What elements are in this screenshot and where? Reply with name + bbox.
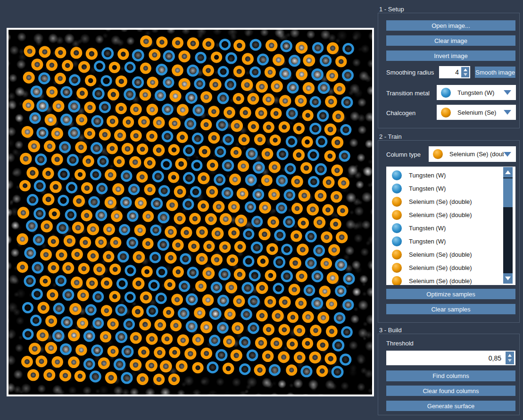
sample-item-label: Tungsten (W) <box>409 225 446 232</box>
sample-item-label: Selenium (Se) (double) <box>409 251 472 258</box>
clear-samples-button[interactable]: Clear samples <box>386 304 515 314</box>
sample-item[interactable]: Tungsten (W) <box>386 168 515 182</box>
build-group: 3 - Build Threshold Find columns Clear f… <box>378 334 520 415</box>
sample-item-label: Selenium (Se) (double) <box>409 198 472 205</box>
find-columns-button[interactable]: Find columns <box>386 370 515 381</box>
chalcogen-dropdown[interactable]: Selenium (Se) <box>437 105 516 120</box>
tungsten-sphere-icon <box>392 184 402 193</box>
arrow-down-icon <box>505 277 511 280</box>
sample-item[interactable]: Tungsten (W) <box>386 182 515 195</box>
setup-group-title: 1 - Setup <box>379 6 406 13</box>
tungsten-sphere-icon <box>392 170 402 180</box>
setup-group: 1 - Setup Open image... Clear image Inve… <box>378 13 520 128</box>
smooth-image-button[interactable]: Smooth image <box>475 67 515 78</box>
sample-item-label: Selenium (Se) (double) <box>409 211 472 218</box>
scrollbar-down-button[interactable] <box>503 273 513 284</box>
transition-metal-value: Tungsten (W) <box>457 89 504 96</box>
transition-metal-label: Transition metal <box>386 90 430 97</box>
tungsten-sphere-icon <box>392 236 402 246</box>
sample-item[interactable]: Tungsten (W) <box>386 221 515 235</box>
app-window: 1 - Setup Open image... Clear image Inve… <box>0 0 523 420</box>
selenium-sphere-icon <box>392 276 402 286</box>
step-down-icon[interactable] <box>508 359 512 362</box>
selenium-sphere-icon <box>433 149 443 159</box>
smoothing-radius-stepper[interactable] <box>461 67 469 77</box>
clear-image-button[interactable]: Clear image <box>386 35 515 46</box>
selenium-sphere-icon <box>392 263 402 273</box>
optimize-samples-button[interactable]: Optimize samples <box>386 289 515 299</box>
sample-item-label: Tungsten (W) <box>409 185 446 192</box>
sample-item-label: Tungsten (W) <box>409 238 446 245</box>
arrow-up-icon <box>505 170 511 174</box>
chalcogen-value: Selenium (Se) <box>457 109 504 116</box>
threshold-spinbox <box>386 351 515 365</box>
smoothing-radius-label: Smoothing radius <box>386 69 434 76</box>
scrollbar-up-button[interactable] <box>503 167 513 177</box>
samples-rows: Tungsten (W)Tungsten (W)Selenium (Se) (d… <box>386 167 515 285</box>
column-type-label: Column type <box>386 151 421 158</box>
column-type-dropdown[interactable]: Selenium (Se) (double) <box>429 146 516 162</box>
transition-metal-dropdown[interactable]: Tungsten (W) <box>437 85 516 100</box>
smoothing-radius-spinbox <box>439 66 470 78</box>
samples-scrollbar[interactable] <box>503 167 513 284</box>
scrollbar-thumb[interactable] <box>503 178 513 207</box>
sample-item[interactable]: Selenium (Se) (double) <box>386 195 515 208</box>
selenium-sphere-icon <box>441 108 451 118</box>
tungsten-sphere-icon <box>392 223 402 233</box>
chalcogen-label: Chalcogen <box>386 109 415 117</box>
stem-image-panel[interactable] <box>7 28 374 396</box>
sample-item[interactable]: Selenium (Se) (double) <box>386 248 515 261</box>
chevron-down-icon <box>504 90 511 95</box>
sample-item[interactable]: Selenium (Se) (double) <box>386 208 515 221</box>
tungsten-sphere-icon <box>441 88 451 98</box>
sample-item-label: Tungsten (W) <box>409 172 446 179</box>
column-type-value: Selenium (Se) (double) <box>449 151 504 158</box>
threshold-input[interactable] <box>386 351 515 365</box>
sample-item-label: Selenium (Se) (double) <box>409 277 472 285</box>
stem-image-canvas[interactable] <box>8 30 372 395</box>
chevron-down-icon <box>504 110 511 115</box>
sample-item[interactable]: Tungsten (W) <box>386 235 515 248</box>
threshold-stepper[interactable] <box>506 352 514 364</box>
open-image-button[interactable]: Open image... <box>386 20 515 31</box>
train-group-title: 2 - Train <box>379 133 404 141</box>
threshold-label: Threshold <box>386 340 414 347</box>
sample-item-label: Selenium (Se) (double) <box>409 264 472 271</box>
sample-item[interactable]: Selenium (Se) (double) <box>386 261 515 274</box>
generate-surface-button[interactable]: Generate surface <box>386 401 515 411</box>
train-group: 2 - Train Column type Selenium (Se) (dou… <box>378 140 520 323</box>
selenium-sphere-icon <box>392 250 402 260</box>
sample-item[interactable]: Selenium (Se) (double) <box>386 274 515 285</box>
invert-image-button[interactable]: Invert image <box>386 50 515 61</box>
step-up-icon[interactable] <box>508 354 512 357</box>
step-down-icon[interactable] <box>464 73 467 76</box>
samples-list[interactable]: Tungsten (W)Tungsten (W)Selenium (Se) (d… <box>386 167 515 285</box>
clear-found-columns-button[interactable]: Clear found columns <box>386 386 515 396</box>
chevron-down-icon <box>504 152 511 157</box>
step-up-icon[interactable] <box>464 68 467 71</box>
selenium-sphere-icon <box>392 210 402 220</box>
build-group-title: 3 - Build <box>379 327 404 334</box>
selenium-sphere-icon <box>392 197 402 207</box>
